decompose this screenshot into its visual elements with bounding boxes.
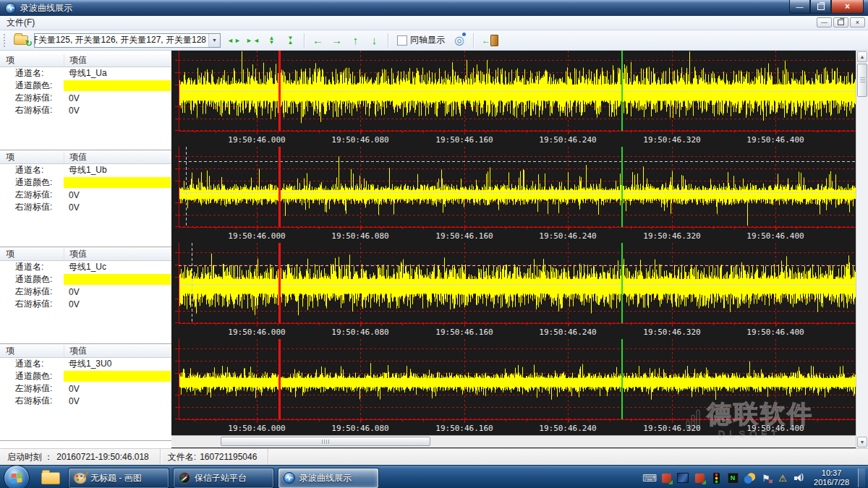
channel-property-table: 项项值通道名:母线1_Ub通道颜色:左游标值:0V右游标值:0V bbox=[0, 150, 171, 247]
compress-vertical-button[interactable]: ▼▲ bbox=[282, 33, 299, 48]
mdi-minimize-button[interactable]: — bbox=[817, 17, 832, 27]
time-tick-label: 19:50:46.000 bbox=[228, 424, 285, 433]
waveform-canvas[interactable] bbox=[171, 51, 856, 134]
property-label: 左游标值: bbox=[0, 92, 64, 104]
maximize-button[interactable] bbox=[810, 0, 831, 14]
scroll-down-button[interactable]: ▼ bbox=[857, 437, 867, 448]
time-tick-label: 19:50:46.240 bbox=[539, 424, 596, 433]
waveform-canvas[interactable] bbox=[171, 339, 856, 423]
column-header-value: 项值 bbox=[64, 54, 87, 67]
tri-right-icon: ► bbox=[234, 37, 241, 44]
main-area: 项项值通道名:母线1_Ua通道颜色:左游标值:0V右游标值:0V项项值通道名:母… bbox=[0, 51, 868, 448]
explorer-taskbar-button[interactable] bbox=[33, 467, 68, 488]
channel-color-swatch[interactable] bbox=[64, 274, 171, 285]
coaxial-checkbox[interactable] bbox=[397, 35, 407, 46]
traffic-light-icon[interactable] bbox=[710, 472, 722, 484]
dropdown-arrow-icon[interactable]: ▼ bbox=[208, 34, 220, 47]
pan-down-button[interactable]: ↓ bbox=[366, 33, 383, 48]
expand-horizontal-button[interactable]: ◄► bbox=[226, 33, 242, 48]
channel-selector[interactable]: 量124, 开关量125, 开关量126, 开关量127, 开关量128 ▼ bbox=[34, 33, 221, 48]
compress-horizontal-button[interactable]: ►◄ bbox=[244, 33, 261, 48]
column-header-value: 项值 bbox=[64, 151, 87, 163]
left-panel: 项项值通道名:母线1_Ua通道颜色:左游标值:0V右游标值:0V项项值通道名:母… bbox=[0, 51, 171, 448]
time-tick-label: 19:50:46.320 bbox=[643, 424, 700, 433]
time-tick-label: 19:50:46.240 bbox=[539, 231, 596, 241]
channel-color-swatch[interactable] bbox=[64, 371, 171, 382]
locate-button[interactable]: ◎ bbox=[451, 33, 468, 48]
vertical-scrollbar[interactable]: ▲ ▼ bbox=[856, 51, 868, 448]
time-tick-label: 19:50:46.240 bbox=[539, 328, 596, 337]
pan-up-button[interactable]: ↑ bbox=[347, 33, 364, 48]
time-tick-label: 19:50:46.080 bbox=[331, 135, 388, 145]
window-title: 录波曲线展示 bbox=[20, 2, 72, 14]
property-value: 母线1_Uc bbox=[64, 261, 171, 273]
channel-property-table: 项项值通道名:母线1_3U0通道颜色:左游标值:0V右游标值:0V bbox=[0, 344, 171, 441]
menu-file[interactable]: 文件(F) bbox=[0, 16, 41, 30]
alert-icon[interactable]: ⚠ bbox=[777, 472, 788, 484]
taskbar-button-inactive[interactable]: 保信子站平台 bbox=[173, 468, 274, 488]
mdi-restore-icon bbox=[838, 20, 844, 25]
channel-color-swatch[interactable] bbox=[64, 177, 171, 188]
time-tick-label: 19:50:46.320 bbox=[643, 135, 700, 145]
property-value: 0V bbox=[64, 299, 171, 309]
volume-icon[interactable]: ) bbox=[793, 472, 805, 484]
pan-right-button[interactable]: → bbox=[328, 33, 345, 48]
channel-color-row: 通道颜色: bbox=[0, 370, 171, 382]
show-desktop-button[interactable] bbox=[858, 468, 865, 487]
scroll-up-icon: ▲ bbox=[860, 54, 865, 59]
property-label: 右游标值: bbox=[0, 104, 64, 116]
start-button[interactable] bbox=[4, 465, 30, 488]
mdi-close-button[interactable]: × bbox=[850, 17, 865, 27]
close-icon: × bbox=[845, 1, 850, 12]
exit-button[interactable]: ← bbox=[482, 34, 501, 47]
table-header-row: 项项值 bbox=[0, 53, 171, 67]
installer-icon[interactable] bbox=[694, 472, 705, 484]
taskbar-button-label: 保信子站平台 bbox=[195, 472, 247, 484]
open-folder-icon: ↻ bbox=[14, 35, 28, 45]
toolbar-separator bbox=[304, 33, 305, 48]
mdi-window-controls: — × bbox=[817, 17, 865, 27]
updater-icon[interactable] bbox=[660, 472, 672, 484]
start-time-value: 20160721-19:50:46.018 bbox=[56, 452, 148, 462]
network-status-icon[interactable]: ⚑× bbox=[760, 472, 772, 484]
channel-color-row: 通道颜色: bbox=[0, 273, 171, 286]
pan-left-button[interactable]: ← bbox=[310, 33, 326, 48]
minimize-button[interactable]: — bbox=[789, 0, 810, 14]
vertical-scroll-thumb[interactable] bbox=[857, 64, 867, 97]
taskbar-button-active[interactable]: 录波曲线展示 bbox=[278, 468, 379, 488]
keyboard-icon[interactable]: ⌨ bbox=[644, 472, 655, 484]
scroll-up-button[interactable]: ▲ bbox=[857, 51, 867, 62]
time-tick-label: 19:50:46.160 bbox=[435, 424, 493, 433]
channel-color-swatch[interactable] bbox=[64, 80, 171, 91]
start-time-label: 启动时刻 ： bbox=[7, 451, 53, 463]
right-cursor-row: 右游标值:0V bbox=[0, 395, 171, 407]
property-label: 通道名: bbox=[0, 164, 64, 176]
waveform-canvas[interactable] bbox=[171, 147, 856, 231]
time-tick-label: 19:50:46.400 bbox=[746, 424, 804, 433]
open-file-button[interactable]: ↻ bbox=[12, 33, 29, 48]
horizontal-scroll-thumb[interactable] bbox=[221, 437, 430, 446]
toolbar: ↻ 量124, 开关量125, 开关量126, 开关量127, 开关量128 ▼… bbox=[0, 30, 868, 51]
messenger-icon[interactable] bbox=[744, 472, 755, 484]
clock-time: 10:37 bbox=[814, 468, 849, 478]
substation-icon bbox=[179, 472, 190, 484]
time-tick-label: 19:50:46.320 bbox=[643, 328, 700, 337]
toolbox-icon[interactable]: N bbox=[727, 472, 739, 484]
channel-property-table: 项项值通道名:母线1_Uc通道颜色:左游标值:0V右游标值:0V bbox=[0, 247, 171, 344]
taskbar-clock[interactable]: 10:37 2016/7/28 bbox=[814, 468, 849, 487]
horizontal-scrollbar[interactable] bbox=[171, 435, 856, 448]
waveform-canvas[interactable] bbox=[171, 243, 856, 327]
property-value: 0V bbox=[64, 190, 171, 200]
refresh-arrow-icon: ↻ bbox=[25, 38, 32, 48]
display-icon[interactable] bbox=[677, 472, 689, 484]
mdi-restore-button[interactable] bbox=[833, 17, 848, 27]
close-button[interactable]: × bbox=[831, 0, 864, 14]
coaxial-display-option[interactable]: 同轴显示 bbox=[397, 34, 445, 46]
taskbar: 无标题 - 画图保信子站平台录波曲线展示 ⌨N⚑×⚠) 10:37 2016/7… bbox=[0, 465, 868, 488]
expand-vertical-button[interactable]: ▲▼ bbox=[263, 33, 280, 48]
property-value: 母线1_3U0 bbox=[64, 358, 171, 370]
taskbar-button-inactive[interactable]: 无标题 - 画图 bbox=[68, 468, 169, 488]
waveform-chart-1: 19:50:46.00019:50:46.08019:50:46.16019:5… bbox=[171, 51, 856, 147]
waveform-chart-4: 19:50:46.00019:50:46.08019:50:46.16019:5… bbox=[171, 339, 856, 435]
app-icon bbox=[5, 3, 16, 14]
